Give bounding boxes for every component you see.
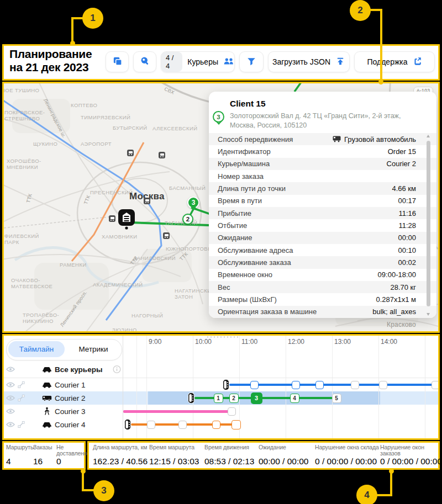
popup-row-label: Номер заказа — [218, 172, 264, 181]
eye-icon[interactable] — [6, 395, 15, 401]
map-label: ЗЮЗИНО — [112, 327, 137, 333]
popup-row-value: 00:17 — [398, 197, 416, 205]
courier3-stop[interactable] — [228, 407, 236, 416]
popup-table-row: Вес28.70 кг — [209, 281, 436, 293]
map-section[interactable]: НОЕ ТУШИНОПОКРОВСКОЕ-СТРЕШНЕВОКОПТЕВОТИМ… — [2, 82, 440, 333]
courier4-stop[interactable] — [147, 421, 155, 429]
timeline-hour-label: 9:00 — [149, 338, 161, 346]
callout-2: 2 — [350, 0, 371, 21]
courier2-stop-5[interactable]: 5 — [332, 394, 341, 403]
edit-route-icon[interactable] — [18, 381, 25, 389]
truck-icon — [333, 136, 341, 142]
map-label: РАМЕНКИ — [60, 262, 87, 268]
courier2-stop-2[interactable]: 2 — [229, 394, 239, 403]
timeline-row-courier-4[interactable]: Courier 4 — [4, 418, 123, 431]
eye-icon[interactable] — [6, 408, 15, 415]
metro-station-icon — [163, 232, 170, 239]
map-label: БУТЫРСКИЙ — [113, 125, 148, 131]
courier1-stop[interactable] — [379, 381, 387, 389]
load-json-button[interactable]: Загрузить JSON — [268, 51, 350, 72]
support-label: Поддержка — [367, 57, 407, 66]
stat-нарушение-окон-заказов: Нарушение окон заказов0 / 00:00 / 00:00 — [380, 444, 439, 457]
stat-ожидание: Ожидание00:00 / 00:00 — [259, 444, 286, 450]
popup-table-row: Прибытие11:16 — [209, 207, 436, 219]
support-button[interactable]: Поддержка — [354, 51, 435, 72]
stat-value: 0 / 00:00 / 00:00 — [380, 457, 442, 466]
map-stop-marker-3[interactable]: 3 — [187, 197, 199, 209]
stat-value: 08:53 / 02:13 — [204, 457, 255, 466]
popup-table-row: Способ передвиженияГрузовой автомобиль — [209, 133, 436, 145]
car-icon — [41, 366, 52, 373]
map-label: ТИМИРЯЗЕВСКИЙ — [81, 114, 130, 120]
popup-row-label: Отбытие — [218, 221, 247, 230]
popup-row-value-text: 28.70 кг — [390, 283, 416, 291]
callout-4: 4 — [356, 485, 377, 504]
metro-station-icon — [127, 150, 134, 156]
map-canvas[interactable]: НОЕ ТУШИНОПОКРОВСКОЕ-СТРЕШНЕВОКОПТЕВОТИМ… — [4, 83, 438, 331]
couriers-button[interactable]: 4 / 4 Курьеры — [161, 51, 235, 72]
timeline-hour-label: 14:00 — [381, 338, 397, 346]
stat-заказы: Заказы16 — [33, 444, 52, 450]
courier3-route-bar[interactable] — [123, 410, 229, 413]
courier1-route-bar[interactable] — [229, 384, 434, 386]
tab-timeline[interactable]: Таймлайн — [8, 341, 65, 357]
popup-row-label: Вес — [218, 283, 230, 291]
scroll-down-icon[interactable] — [427, 313, 430, 316]
map-label: ХАМОВНИКИ — [102, 234, 137, 240]
stat-время-маршрута: Время маршрута12:15 / 03:03 — [149, 444, 194, 450]
map-label: ТРОПАРЁВО-НИКУЛИНО — [23, 312, 73, 324]
popup-scrollbar[interactable] — [427, 135, 430, 316]
edit-route-icon[interactable] — [18, 421, 25, 428]
courier1-stop[interactable] — [315, 381, 324, 389]
popup-row-value-text: 00:00 — [398, 234, 416, 242]
timeline-row-courier-2[interactable]: Courier 2 — [4, 391, 123, 405]
courier4-stop[interactable] — [212, 421, 220, 429]
courier2-stop-3-selected[interactable]: 3 — [251, 392, 262, 404]
filter-button[interactable] — [239, 51, 264, 72]
eye-icon[interactable] — [6, 367, 15, 373]
depot-marker-icon[interactable] — [118, 209, 135, 232]
scroll-up-icon[interactable] — [427, 135, 430, 137]
popup-details-table: Способ передвиженияГрузовой автомобильИд… — [209, 133, 436, 318]
stat-value: 12:15 / 03:03 — [149, 457, 199, 466]
copy-plan-button[interactable] — [106, 51, 129, 72]
courier1-stop[interactable] — [351, 381, 359, 389]
stat-value: 162.23 / 40.56 — [93, 457, 148, 466]
callout-1-dot — [70, 41, 75, 46]
scrollbar-thumb[interactable] — [427, 141, 430, 306]
courier4-stop[interactable] — [178, 421, 187, 429]
popup-row-label: Размеры (ШхВхГ) — [218, 295, 277, 304]
map-label: АЭРОПОРТ — [81, 141, 112, 147]
tab-metrics[interactable]: Метрики — [67, 341, 120, 357]
stat-value: 16 — [33, 457, 43, 466]
info-icon[interactable] — [113, 365, 121, 374]
eye-icon[interactable] — [6, 382, 15, 388]
courier1-stop[interactable] — [250, 381, 259, 389]
courier1-stop[interactable] — [292, 381, 300, 389]
page-title: Планирование на 21 дек 2023 — [9, 47, 108, 74]
courier1-stop[interactable] — [432, 381, 440, 389]
map-label: ЩУКИНО — [33, 141, 57, 147]
timeline-row-courier-3[interactable]: Courier 3 — [4, 405, 123, 418]
map-stop-marker-2[interactable]: 2 — [182, 214, 193, 225]
panel-drag-handle[interactable] — [207, 336, 238, 338]
eye-icon[interactable] — [6, 422, 15, 428]
search-button[interactable] — [133, 51, 156, 72]
edit-route-icon[interactable] — [18, 395, 25, 402]
metro-station-icon — [144, 198, 150, 204]
popup-row-label: Временное окно — [218, 270, 272, 279]
courier2-stop-4[interactable]: 4 — [290, 394, 299, 403]
courier4-stop[interactable] — [231, 420, 241, 429]
stat-label: Длина маршрута, км — [93, 444, 147, 450]
popup-row-value: 28.70 кг — [390, 283, 416, 291]
map-label: БАСМАННЫЙ — [169, 185, 206, 191]
callout-4-dot — [389, 469, 394, 474]
stat-label: Время движения — [204, 444, 249, 450]
courier2-stop-1[interactable]: 1 — [214, 394, 223, 403]
row-label-all-couriers: Все курьеры — [55, 365, 102, 374]
map-label: ПРЕСНЕНСКИЙ — [90, 189, 133, 195]
popup-row-label: Обслуживание адреса — [218, 246, 293, 254]
timeline-row-courier-1[interactable]: Courier 1 — [4, 378, 123, 391]
popup-table-row: Ожидание00:00 — [209, 232, 436, 244]
timeline-row-all-couriers[interactable]: Все курьеры — [4, 362, 123, 377]
